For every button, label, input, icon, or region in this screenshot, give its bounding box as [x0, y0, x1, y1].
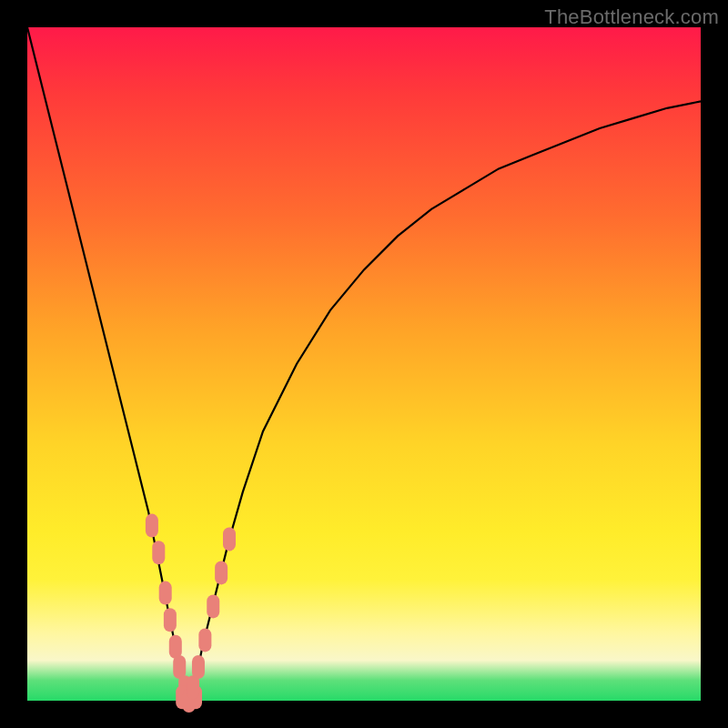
curve-marker: [198, 628, 211, 652]
bottleneck-curve: [27, 27, 701, 701]
curve-markers: [146, 514, 236, 713]
curve-marker: [173, 655, 186, 679]
chart-svg: [27, 27, 701, 701]
curve-marker: [215, 561, 228, 584]
curve-marker: [164, 608, 177, 632]
curve-marker: [223, 527, 236, 551]
outer-frame: TheBottleneck.com: [0, 0, 728, 728]
curve-marker: [192, 655, 205, 679]
curve-marker: [146, 514, 158, 538]
curve-marker: [159, 581, 172, 605]
plot-area: [27, 27, 701, 701]
curve-marker: [152, 541, 165, 564]
curve-marker: [207, 594, 219, 618]
curve-marker: [187, 675, 199, 699]
watermark-text: TheBottleneck.com: [544, 5, 719, 29]
curve-marker: [169, 635, 182, 659]
